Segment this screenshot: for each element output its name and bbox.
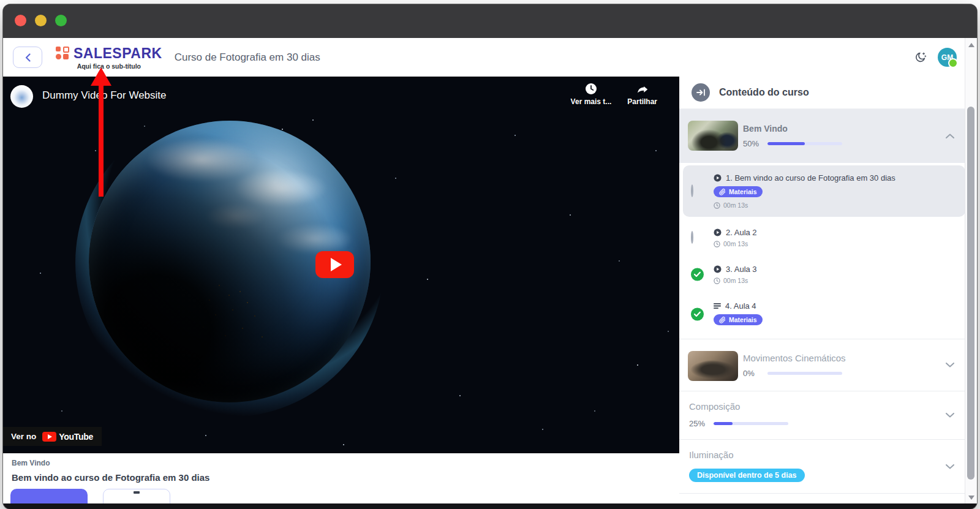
section-thumbnail-car [688,351,738,381]
materials-badge[interactable]: Materiais [714,314,763,325]
lesson-radio-unchecked[interactable] [691,186,693,197]
duration-clock-icon [714,202,720,209]
scrollbar-thumb[interactable] [967,107,974,480]
section-header-bem-vindo[interactable]: Bem Vindo 50% [679,109,965,163]
lesson-item-3[interactable]: 3. Aula 3 00m 13s [683,258,965,290]
zoom-window-button[interactable] [55,15,67,26]
progress-bar [767,142,842,145]
brand-logo[interactable]: SALESPARK Aqui fica o sub-título [56,45,162,70]
video-title-link[interactable]: Dummy Video For Website [42,89,167,102]
youtube-play-button[interactable] [315,251,354,278]
clock-icon [585,83,597,95]
user-avatar[interactable]: GM [938,48,957,67]
sidebar-title: Conteúdo do curso [719,87,809,98]
materials-badge-label: Materiais [729,316,757,323]
logo-text: SALESPARK [74,45,162,62]
chevron-down-icon[interactable] [946,363,954,368]
app-content: SALESPARK Aqui fica o sub-título Curso d… [3,38,977,503]
window-titlebar [3,4,977,38]
section-title: Bem Vindo [743,124,941,134]
watch-later-label: Ver mais t... [571,97,612,106]
materials-badge[interactable]: Materiais [714,186,763,197]
lesson-complete-check-icon[interactable] [691,307,704,320]
lesson-list: 1. Bem vindo ao curso de Fotografia em 3… [679,163,965,339]
duration-clock-icon [714,277,720,284]
materials-badge-label: Materiais [729,188,757,195]
scrollbar-up-arrow[interactable] [968,43,974,47]
app-window: SALESPARK Aqui fica o sub-título Curso d… [3,4,977,509]
collapse-sidebar-button[interactable] [692,83,710,102]
lesson-duration: 00m 13s [723,277,748,284]
chevron-left-icon [25,53,31,62]
section-progress-label: 0% [743,369,760,378]
section-header-composicao[interactable]: Composição 25% [679,391,965,439]
page-title: Curso de Fotografia em 30 dias [175,51,320,64]
lesson-title-text: 3. Aula 3 [726,265,757,274]
page-scrollbar[interactable] [965,38,977,503]
lesson-item-4[interactable]: 4. Aula 4 Materiais [683,295,965,333]
availability-badge: Disponível dentro de 5 dias [689,469,805,482]
logo-subtitle: Aqui fica o sub-título [77,62,141,70]
play-circle-icon [714,265,722,273]
watch-on-youtube-link[interactable]: Ver no YouTube [3,427,102,446]
section-title: Iluminação [689,450,965,460]
salespark-logo-icon [56,47,69,60]
section-title: Composição [689,401,965,412]
app-header: SALESPARK Aqui fica o sub-título Curso d… [3,38,965,77]
lesson-title-text: 1. Bem vindo ao curso de Fotografia em 3… [726,173,895,183]
progress-bar [714,422,788,425]
text-lesson-icon [714,303,721,309]
online-status-dot [948,58,958,68]
section-thumbnail-instructor [688,121,738,151]
video-player[interactable]: Dummy Video For Website Ver mais t... Pa… [3,77,679,453]
paperclip-icon [719,189,726,195]
play-circle-icon [714,228,722,236]
lesson-duration: 00m 13s [723,240,748,247]
lesson-duration: 00m 13s [723,202,748,209]
youtube-play-icon [42,432,56,442]
scrollbar-down-arrow[interactable] [968,496,974,500]
share-button[interactable]: Partilhar [627,83,657,106]
lesson-complete-check-icon[interactable] [691,268,704,281]
back-button[interactable] [13,47,42,68]
section-progress-label: 25% [689,419,706,428]
youtube-logo: YouTube [42,432,93,442]
collapse-arrow-icon [696,89,706,96]
minimize-window-button[interactable] [35,15,47,26]
course-content-sidebar: Conteúdo do curso Bem Vindo 50% [679,77,965,503]
lesson-item-1[interactable]: 1. Bem vindo ao curso de Fotografia em 3… [683,165,965,217]
section-header-audio[interactable]: Audio [679,494,965,503]
section-header-iluminacao[interactable]: Iluminação Disponível dentro de 5 dias [679,440,965,493]
paperclip-icon [719,317,726,323]
moon-icon [914,51,927,64]
lesson-item-2[interactable]: 2. Aula 2 00m 13s [683,222,965,254]
close-window-button[interactable] [15,15,26,26]
chevron-up-icon[interactable] [946,134,954,138]
secondary-action-button[interactable] [103,489,170,503]
progress-bar [767,372,842,375]
section-header-movimentos[interactable]: Movimentos Cinemáticos 0% [679,339,965,391]
lesson-title-text: 2. Aula 2 [726,228,757,237]
lesson-title: Bem vindo ao curso de Fotografia em 30 d… [12,472,209,483]
section-title: Movimentos Cinemáticos [743,353,941,363]
chevron-down-icon[interactable] [946,464,954,469]
lesson-radio-unchecked[interactable] [691,232,693,243]
chevron-down-icon[interactable] [946,413,954,418]
lesson-info-panel: Bem Vindo Bem vindo ao curso de Fotograf… [3,453,679,503]
primary-action-button[interactable] [10,489,88,503]
sidebar-header: Conteúdo do curso [679,77,965,109]
module-label: Bem Vindo [12,459,50,467]
youtube-wordmark: YouTube [59,432,93,442]
dark-mode-toggle[interactable] [913,50,928,65]
button-icon [134,491,140,494]
share-arrow-icon [636,83,649,95]
lesson-title-text: 4. Aula 4 [725,301,756,311]
share-label: Partilhar [627,97,657,106]
duration-clock-icon [714,241,720,247]
section-progress-label: 50% [743,139,760,148]
watch-later-button[interactable]: Ver mais t... [571,83,612,106]
channel-avatar[interactable] [10,85,33,108]
play-circle-icon [714,174,722,182]
watermark-text: Ver no [11,432,36,441]
